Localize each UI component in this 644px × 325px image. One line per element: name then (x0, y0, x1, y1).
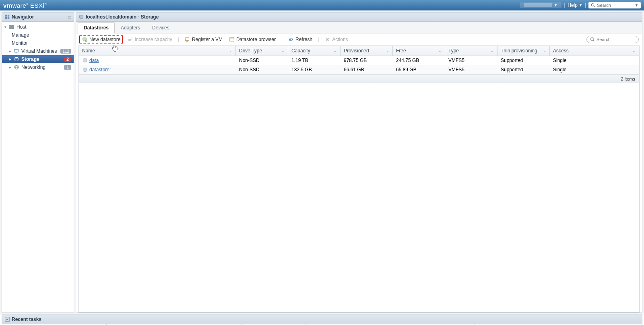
navigator-header: Navigator ▭ (2, 12, 74, 22)
chevron-down-icon: ▼ (554, 3, 557, 7)
register-vm-button[interactable]: Register a VM (182, 36, 225, 43)
svg-point-25 (327, 39, 328, 40)
vm-count-badge: 112 (60, 49, 71, 54)
svg-rect-8 (14, 50, 19, 52)
datastores-grid: Name⌄ Drive Type⌄ Capacity⌄ Provisioned⌄… (78, 46, 640, 313)
datastore-row[interactable]: dataNon-SSD1.19 TB978.75 GB244.75 GBVMFS… (79, 56, 639, 65)
tasks-title: Recent tasks (12, 317, 41, 322)
datastore-icon (82, 67, 88, 72)
host-icon (8, 24, 15, 30)
nav-vm-label: Virtual Machines (21, 48, 60, 54)
svg-rect-19 (128, 39, 131, 41)
navigator-panel: Navigator ▭ ▾ Host Manage Monitor ▸ (2, 12, 74, 313)
svg-line-27 (593, 40, 594, 41)
storage-icon (13, 56, 20, 62)
navigator-title: Navigator (12, 14, 34, 20)
col-thin[interactable]: Thin provisioning⌄ (497, 46, 550, 56)
register-vm-icon (185, 37, 190, 42)
nav-storage[interactable]: ▸ Storage 2 (2, 55, 74, 63)
nav-networking[interactable]: ▸ Networking 1 (2, 63, 74, 71)
recent-tasks-panel: Recent tasks Task⌄ Target⌄ Initiator⌄ Qu… (2, 315, 642, 325)
chevron-down-icon: ▼ (579, 3, 582, 7)
nav-monitor[interactable]: Monitor (2, 39, 74, 47)
svg-rect-7 (10, 27, 14, 29)
col-free[interactable]: Free⌄ (393, 46, 445, 56)
datastore-link[interactable]: datastore1 (89, 67, 112, 72)
browser-icon (229, 37, 235, 42)
nav-monitor-label: Monitor (12, 40, 71, 46)
top-banner: vmware®ESXi™ ▼ | Help ▼ | ▼ (0, 0, 644, 10)
gear-icon (325, 37, 330, 42)
svg-rect-6 (10, 25, 14, 27)
search-icon (590, 37, 595, 42)
net-count-badge: 1 (64, 65, 71, 70)
tab-adapters[interactable]: Adapters (115, 22, 146, 33)
nav-net-label: Networking (21, 64, 64, 70)
svg-rect-22 (230, 38, 234, 41)
help-menu[interactable]: Help ▼ (568, 2, 582, 8)
tasks-header: Recent tasks (2, 315, 642, 324)
svg-rect-9 (15, 53, 17, 54)
breadcrumb: localhost.localdomain - Storage (86, 14, 159, 20)
svg-point-0 (591, 4, 594, 6)
nav-virtual-machines[interactable]: ▸ Virtual Machines 112 (2, 47, 74, 55)
user-menu[interactable]: ▼ (520, 2, 561, 8)
datastore-row[interactable]: datastore1Non-SSD132.5 GB66.61 GB65.89 G… (79, 65, 639, 75)
col-provisioned[interactable]: Provisioned⌄ (341, 46, 393, 56)
username-placeholder (524, 3, 552, 7)
svg-rect-20 (186, 38, 189, 41)
vm-icon (13, 48, 20, 54)
new-datastore-button[interactable]: New datastore (79, 35, 123, 43)
grid-search-input[interactable] (597, 37, 635, 42)
collapse-icon[interactable]: ▭ (68, 15, 71, 19)
datastore-add-icon (82, 37, 88, 42)
datastore-icon (82, 58, 88, 63)
search-icon (591, 3, 595, 8)
datastore-browser-button[interactable]: Datastore browser (227, 36, 278, 43)
content-panel: localhost.localdomain - Storage Datastor… (76, 12, 642, 313)
svg-rect-21 (186, 41, 188, 42)
nav-host[interactable]: ▾ Host (2, 23, 74, 31)
col-capacity[interactable]: Capacity⌄ (288, 46, 341, 56)
global-search-input[interactable] (597, 3, 633, 8)
grid-footer: 2 items (79, 75, 639, 83)
storage-count-badge: 2 (64, 57, 71, 62)
content-header: localhost.localdomain - Storage (76, 12, 642, 22)
datastore-link[interactable]: data (89, 58, 99, 63)
tab-datastores[interactable]: Datastores (78, 22, 115, 33)
increase-capacity-button: Increase capacity (125, 36, 174, 43)
grid-search[interactable] (586, 36, 639, 43)
nav-storage-label: Storage (21, 56, 64, 62)
global-search[interactable]: ▼ (588, 2, 641, 8)
col-type[interactable]: Type⌄ (445, 46, 497, 56)
svg-rect-3 (8, 15, 9, 17)
grid-header: Name⌄ Drive Type⌄ Capacity⌄ Provisioned⌄… (79, 46, 639, 56)
actions-button: Actions (322, 36, 350, 43)
svg-rect-4 (5, 17, 7, 19)
navigator-icon (4, 14, 10, 20)
svg-line-1 (594, 6, 595, 7)
refresh-button[interactable]: Refresh (286, 36, 315, 43)
svg-point-26 (591, 38, 594, 41)
network-icon (13, 64, 20, 70)
toolbar: New datastore Increase capacity | Regist… (76, 33, 642, 46)
tabs: Datastores Adapters Devices (76, 22, 642, 33)
increase-icon (127, 37, 133, 42)
svg-rect-5 (8, 17, 9, 19)
tasks-icon (4, 317, 10, 322)
nav-manage[interactable]: Manage (2, 31, 74, 39)
chevron-down-icon: ▼ (635, 3, 638, 7)
col-name[interactable]: Name⌄ (79, 46, 236, 56)
product-logo: vmware®ESXi™ (3, 2, 47, 9)
svg-rect-2 (5, 15, 7, 17)
nav-host-label: Host (17, 24, 71, 30)
tab-devices[interactable]: Devices (146, 22, 175, 33)
refresh-icon (288, 37, 294, 42)
nav-manage-label: Manage (12, 32, 71, 38)
svg-point-10 (15, 57, 19, 59)
col-drive-type[interactable]: Drive Type⌄ (236, 46, 288, 56)
col-access[interactable]: Access⌄ (550, 46, 639, 56)
storage-icon (78, 14, 84, 20)
